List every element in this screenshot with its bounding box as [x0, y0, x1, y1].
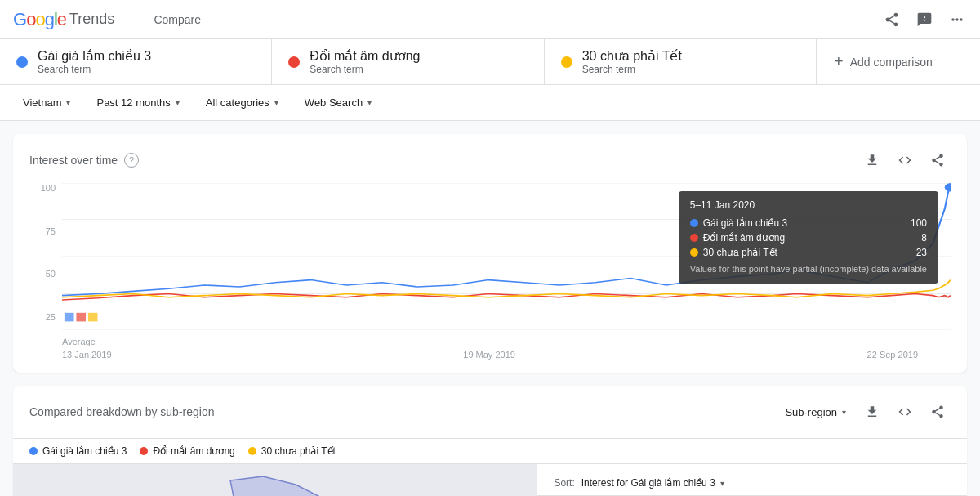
tooltip-dot-2 [690, 234, 698, 242]
interest-over-time-card: Interest over time ? 100 75 50 25 [13, 134, 967, 373]
term1-label: Search term [38, 64, 151, 75]
tooltip-term-3: 30 chưa phải Tết [703, 247, 777, 258]
tooltip-row-3: 30 chưa phải Tết 23 [690, 247, 927, 258]
svg-rect-7 [88, 313, 98, 322]
sort-label: Sort: [554, 477, 574, 489]
term2-label: Search term [310, 64, 420, 75]
search-term-item-1[interactable]: Gái già lắm chiều 3 Search term [0, 39, 272, 84]
term1-dot [16, 56, 28, 68]
compare-nav-link[interactable]: Compare [147, 13, 207, 26]
x-label-2: 19 May 2019 [463, 350, 515, 360]
add-comparison-button[interactable]: + Add comparison [817, 39, 980, 84]
sort-selector[interactable]: Interest for Gái già lắm chiều 3 ▾ [581, 477, 724, 489]
region-selector-label: Sub-region [785, 406, 837, 418]
term2-name: Đổi mắt âm dương [310, 48, 420, 64]
y-label-25: 25 [46, 312, 56, 322]
feedback-icon[interactable] [915, 10, 934, 29]
filter-search-type[interactable]: Web Search ▾ [295, 92, 381, 114]
legend-dot-1 [29, 447, 38, 455]
share-subregion-button[interactable] [924, 399, 951, 425]
filter-time[interactable]: Past 12 months ▾ [87, 92, 189, 114]
filters-bar: Vietnam ▾ Past 12 months ▾ All categorie… [0, 85, 980, 121]
filter-search-type-chevron: ▾ [368, 98, 372, 107]
header-actions [882, 10, 967, 29]
apps-icon[interactable] [947, 10, 967, 29]
filter-category-label: All categories [206, 96, 270, 109]
tooltip-dot-3 [690, 248, 698, 257]
term2-dot [288, 56, 300, 68]
tooltip-value-1: 100 [911, 217, 927, 229]
card-actions [859, 147, 951, 173]
filter-country-label: Vietnam [23, 96, 61, 109]
filter-country[interactable]: Vietnam ▾ [13, 92, 80, 114]
legend-label-3: 30 chưa phải Tết [261, 445, 336, 457]
sort-value: Interest for Gái già lắm chiều 3 [581, 477, 715, 489]
term1-name: Gái già lắm chiều 3 [38, 48, 151, 64]
term1-info: Gái già lắm chiều 3 Search term [38, 48, 151, 75]
sub-region-body: Sort: Interest for Gái già lắm chiều 3 ▾… [13, 464, 967, 496]
sub-region-card: Compared breakdown by sub-region Sub-reg… [13, 386, 967, 496]
tooltip-dot-1 [690, 219, 698, 227]
legend-item-1: Gái già lắm chiều 3 [29, 445, 127, 457]
chart-area: 5–11 Jan 2020 Gái già lắm chiều 3 100 Đổ… [62, 183, 951, 330]
download-chart-button[interactable] [859, 147, 885, 173]
search-term-item-3[interactable]: 30 chưa phải Tết Search term [545, 39, 817, 84]
header: Google Trends Compare [0, 0, 980, 39]
region-selector[interactable]: Sub-region ▾ [778, 403, 853, 422]
card-header: Interest over time ? [29, 147, 951, 173]
tooltip-term-1: Gái già lắm chiều 3 [703, 217, 787, 229]
google-logo-text: Google [13, 9, 66, 30]
filter-category-chevron: ▾ [274, 98, 278, 107]
x-axis-labels: 13 Jan 2019 19 May 2019 22 Sep 2019 [29, 346, 951, 360]
term3-dot [561, 56, 572, 68]
tooltip: 5–11 Jan 2020 Gái già lắm chiều 3 100 Đổ… [679, 191, 938, 284]
map-area [13, 464, 537, 496]
tooltip-date: 5–11 Jan 2020 [690, 199, 927, 211]
add-icon: + [834, 52, 844, 71]
tooltip-term-2: Đổi mắt âm dương [703, 232, 785, 244]
google-trends-logo: Google Trends [13, 9, 134, 30]
y-axis-labels: 100 75 50 25 [29, 183, 62, 322]
term3-label: Search term [582, 64, 682, 75]
tooltip-value-2: 8 [921, 232, 927, 244]
search-term-item-2[interactable]: Đổi mắt âm dương Search term [272, 39, 544, 84]
sub-region-actions: Sub-region ▾ [778, 399, 951, 425]
header-nav: Compare [147, 13, 207, 26]
term3-info: 30 chưa phải Tết Search term [582, 48, 682, 75]
filter-category[interactable]: All categories ▾ [196, 92, 288, 114]
tooltip-label-1: Gái già lắm chiều 3 [690, 217, 787, 229]
share-icon[interactable] [882, 10, 902, 29]
tooltip-row-1: Gái già lắm chiều 3 100 [690, 217, 927, 229]
trends-text: Trends [69, 11, 114, 28]
svg-point-8 [945, 183, 951, 192]
sub-region-header: Compared breakdown by sub-region Sub-reg… [13, 386, 967, 439]
filter-country-chevron: ▾ [66, 98, 70, 107]
tooltip-label-2: Đổi mắt âm dương [690, 232, 785, 244]
tooltip-row-2: Đổi mắt âm dương 8 [690, 232, 927, 244]
tooltip-note: Values for this point have partial (inco… [690, 263, 927, 275]
card-title: Interest over time [29, 154, 118, 167]
svg-rect-6 [76, 313, 86, 322]
legend-dot-3 [248, 447, 256, 455]
sort-chevron: ▾ [720, 479, 724, 488]
tooltip-label-3: 30 chưa phải Tết [690, 247, 777, 258]
share-chart-button[interactable] [924, 147, 951, 173]
term3-name: 30 chưa phải Tết [582, 48, 682, 64]
filter-search-type-label: Web Search [305, 96, 363, 109]
embed-subregion-button[interactable] [892, 399, 918, 425]
data-table-area: Sort: Interest for Gái già lắm chiều 3 ▾… [537, 464, 967, 496]
sort-bar: Sort: Interest for Gái già lắm chiều 3 ▾ [537, 471, 967, 496]
filter-time-label: Past 12 months [96, 96, 170, 109]
region-selector-chevron: ▾ [842, 408, 846, 417]
embed-chart-button[interactable] [892, 147, 918, 173]
legend-label-2: Đổi mắt âm dương [153, 445, 234, 457]
y-label-100: 100 [41, 183, 56, 193]
legend-bar: Gái già lắm chiều 3 Đổi mắt âm dương 30 … [13, 439, 967, 464]
main-content: Interest over time ? 100 75 50 25 [0, 121, 980, 496]
download-subregion-button[interactable] [859, 399, 885, 425]
filter-time-chevron: ▾ [176, 98, 180, 107]
legend-item-2: Đổi mắt âm dương [140, 445, 234, 457]
search-terms-bar: Gái già lắm chiều 3 Search term Đổi mắt … [0, 39, 980, 85]
help-icon[interactable]: ? [124, 153, 139, 168]
add-comparison-label: Add comparison [850, 56, 933, 69]
